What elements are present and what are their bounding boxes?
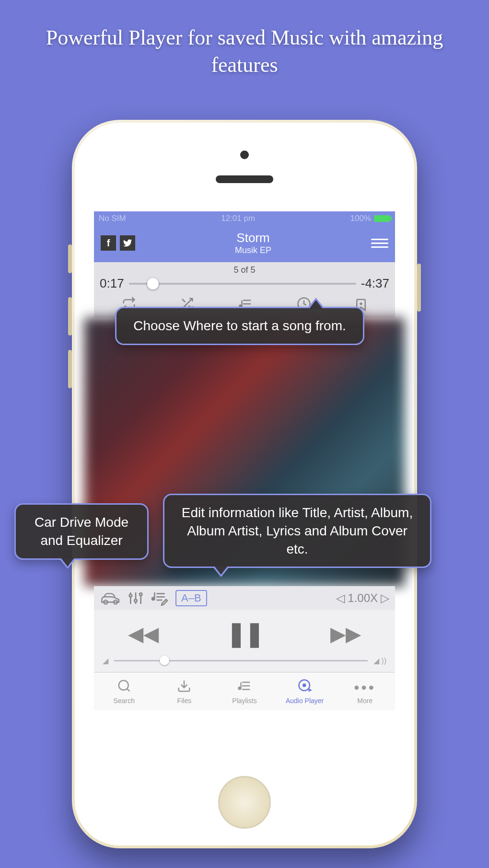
tab-label: Playlists [232,697,256,705]
progress-slider[interactable] [129,283,356,285]
more-icon: ••• [354,679,376,696]
svg-point-15 [134,600,137,602]
facebook-icon[interactable]: f [101,235,116,251]
battery-icon [374,215,390,222]
time-remaining: -4:37 [361,276,389,291]
tab-more[interactable]: ••• More [335,672,395,710]
svg-marker-32 [308,688,312,692]
svg-line-2 [182,299,185,302]
speed-control[interactable]: ◁1.00X▷ [336,591,389,605]
tab-label: More [357,697,373,705]
tab-label: Search [114,697,135,705]
app-screen: No SIM 12:01 pm 100% f Storm Musik EP [94,211,395,754]
svg-point-14 [129,594,132,597]
search-icon [117,679,131,696]
track-count: 5 of 5 [100,265,389,275]
equalizer-icon[interactable] [128,590,144,606]
tab-playlists[interactable]: Playlists [214,672,275,710]
marketing-headline: Powerful Player for saved Music with ama… [0,0,489,93]
phone-frame: No SIM 12:01 pm 100% f Storm Musik EP [72,120,417,848]
forward-button[interactable]: ▶▶ [330,622,361,646]
volume-row: ◢ ◢ )) [94,653,395,672]
svg-point-22 [119,680,128,690]
player-header: f Storm Musik EP [94,226,395,262]
tab-audio-player[interactable]: Audio Player [275,672,335,710]
time-elapsed: 0:17 [100,276,124,291]
tab-bar: Search Files Playlists Audio Player ••• … [94,672,395,710]
secondary-toolbar: A–B ◁1.00X▷ [94,586,395,610]
home-button[interactable] [218,776,271,829]
twitter-icon[interactable] [120,235,135,251]
list-icon[interactable] [371,236,388,250]
callout-start-position: Choose Where to start a song from. [115,307,364,345]
tab-search[interactable]: Search [94,672,154,710]
pause-button[interactable]: ❚❚ [226,620,263,648]
edit-info-icon[interactable] [151,590,169,606]
car-mode-icon[interactable] [100,591,121,605]
volume-low-icon: ◢ [103,656,108,665]
playlist-icon [237,679,252,696]
track-title: Storm [235,231,271,245]
svg-point-31 [303,684,305,686]
album-title: Musik EP [235,245,271,255]
clock-label: 12:01 pm [221,214,255,223]
volume-slider[interactable] [114,660,368,661]
download-icon [177,679,191,696]
tab-label: Files [177,697,192,705]
rewind-button[interactable]: ◀◀ [128,622,159,646]
tab-files[interactable]: Files [154,672,215,710]
svg-line-23 [127,688,129,691]
callout-edit-info: Edit information like Title, Artist, Alb… [163,494,431,568]
svg-point-16 [140,593,142,595]
playback-controls: ◀◀ ❚❚ ▶▶ [94,610,395,653]
callout-car-eq: Car Drive Mode and Equalizer [14,503,149,560]
volume-high-icon: ◢ )) [373,656,386,665]
carrier-label: No SIM [99,214,126,223]
tab-label: Audio Player [286,697,324,705]
ab-repeat-button[interactable]: A–B [175,590,207,606]
battery-label: 100% [350,214,371,223]
status-bar: No SIM 12:01 pm 100% [94,211,395,226]
disc-play-icon [298,679,312,696]
